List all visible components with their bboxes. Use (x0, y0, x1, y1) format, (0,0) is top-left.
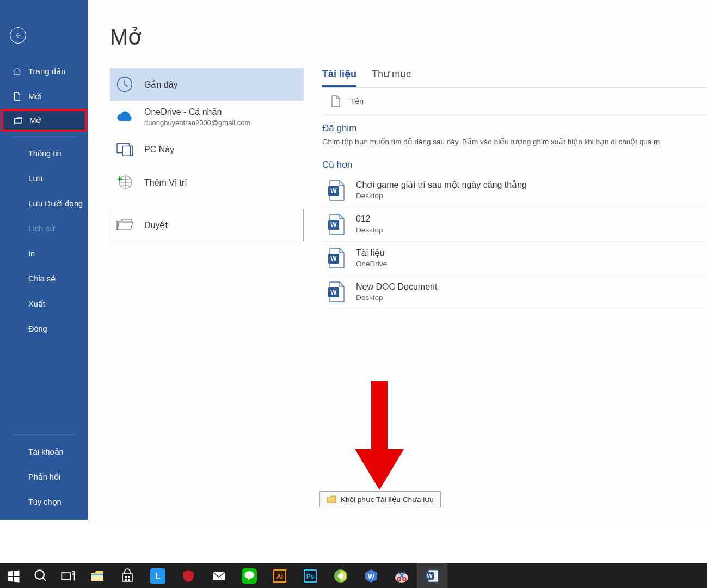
file-name: Tài liệu (356, 247, 387, 259)
section-pinned-desc: Ghim tệp bạn muốn tìm dễ dàng sau này. B… (322, 137, 707, 151)
clock-icon (115, 75, 134, 94)
taskview-icon (60, 568, 76, 584)
taskbar-app-blue[interactable]: W (356, 564, 386, 588)
location-addplace[interactable]: Thêm Vị trí (110, 166, 304, 199)
location-label: Duyệt (144, 220, 168, 230)
svg-text:W: W (330, 187, 337, 195)
tab-files[interactable]: Tài liệu (322, 68, 356, 87)
svg-text:W: W (368, 572, 375, 580)
file-name: New DOC Document (356, 281, 437, 293)
main-panel: Mở Gần đây OneDrive - Cá nhân duonghuyen… (88, 0, 707, 520)
scissors-icon (394, 568, 409, 584)
nav-open[interactable]: Mở (1, 109, 87, 132)
nav-export[interactable]: Xuất (0, 291, 88, 316)
file-item[interactable]: W New DOC Document Desktop (322, 275, 707, 309)
location-label: PC Này (144, 145, 174, 155)
location-onedrive[interactable]: OneDrive - Cá nhân duonghuyentran2000@gm… (110, 101, 304, 133)
location-sublabel: duonghuyentran2000@gmail.com (144, 118, 250, 128)
recover-unsaved-button[interactable]: Khôi phục Tài liệu Chưa lưu (319, 491, 441, 507)
svg-point-14 (35, 570, 44, 579)
shield-icon (181, 568, 196, 584)
file-item[interactable]: W 012 Desktop (322, 207, 707, 241)
file-icon (331, 95, 341, 107)
taskbar-line[interactable] (234, 564, 265, 588)
taskbar-mail[interactable] (204, 564, 234, 588)
nav-history: Lịch sử (0, 216, 88, 241)
cloud-icon (115, 107, 134, 127)
location-thispc[interactable]: PC Này (110, 133, 304, 166)
taskbar-explorer[interactable] (82, 564, 112, 588)
taskbar-taskview[interactable] (54, 564, 82, 588)
pc-icon (115, 140, 134, 160)
ai-icon: Ai (272, 568, 287, 584)
nav-label: Trang đầu (28, 66, 65, 76)
taskbar-store[interactable] (112, 564, 143, 588)
taskbar-mcafee[interactable] (173, 564, 204, 588)
svg-text:Ps: Ps (306, 573, 315, 580)
tabs: Tài liệu Thư mục (322, 68, 707, 88)
file-location: OneDrive (356, 259, 387, 270)
file-name: 012 (356, 213, 383, 225)
svg-rect-17 (91, 574, 103, 575)
nav-info[interactable]: Thông tin (0, 141, 88, 166)
section-older-heading: Cũ hơn (322, 151, 707, 174)
store-icon (120, 568, 135, 584)
backstage-sidebar: Trang đầu Mới Mở Thông tin Lưu Lưu Dưới … (0, 0, 88, 520)
location-recent[interactable]: Gần đây (110, 68, 304, 101)
globe-plus-icon (115, 173, 134, 192)
nav-label: Mới (28, 91, 42, 101)
word-doc-icon: W (328, 281, 346, 303)
svg-point-34 (395, 573, 408, 583)
nav-new[interactable]: Mới (0, 84, 88, 109)
column-header[interactable]: Tên (322, 88, 707, 115)
taskbar-coccoc[interactable] (325, 564, 356, 588)
column-name-label: Tên (351, 97, 364, 106)
annotation-arrow-icon (355, 381, 404, 490)
app-icon: L (150, 568, 165, 584)
locations-list: Gần đây OneDrive - Cá nhân duonghuyentra… (110, 68, 304, 241)
taskbar-illustrator[interactable]: Ai (265, 564, 295, 588)
separator (12, 434, 76, 435)
separator (12, 136, 76, 137)
nav-share[interactable]: Chia sẻ (0, 266, 88, 291)
back-button[interactable] (10, 27, 26, 44)
word-doc-icon: W (328, 180, 346, 201)
word-doc-icon: W (328, 247, 346, 269)
svg-text:W: W (330, 289, 337, 296)
hex-icon: W (364, 568, 379, 584)
nav-home[interactable]: Trang đầu (0, 59, 88, 84)
svg-rect-2 (122, 146, 132, 156)
taskbar-start[interactable] (0, 564, 27, 588)
nav-options[interactable]: Tùy chọn (0, 489, 88, 514)
section-pinned-heading: Đã ghim (322, 115, 707, 137)
svg-text:Ai: Ai (276, 573, 283, 580)
tab-folders[interactable]: Thư mục (372, 68, 411, 87)
file-item[interactable]: W Tài liệu OneDrive (322, 242, 707, 275)
taskbar-word[interactable]: W (417, 564, 447, 588)
folder-open-icon (115, 215, 134, 235)
folder-open-icon (13, 115, 23, 125)
ps-icon: Ps (303, 568, 318, 584)
file-location: Desktop (356, 191, 527, 201)
page-title: Mở (88, 0, 707, 59)
taskbar-app-l[interactable]: L (143, 564, 173, 588)
location-browse[interactable]: Duyệt (110, 209, 304, 241)
nav-close[interactable]: Đóng (0, 316, 88, 341)
file-item[interactable]: W Chơi game giải trí sau một ngày căng t… (322, 174, 707, 207)
nav-print[interactable]: In (0, 241, 88, 266)
nav-saveas[interactable]: Lưu Dưới dạng (0, 191, 88, 216)
file-location: Desktop (356, 293, 437, 303)
button-label: Khôi phục Tài liệu Chưa lưu (341, 495, 434, 504)
nav-feedback[interactable]: Phản hồi (0, 464, 88, 489)
file-name: Chơi game giải trí sau một ngày căng thẳ… (356, 179, 527, 191)
taskbar-snip[interactable] (386, 564, 417, 588)
location-label: OneDrive - Cá nhân (144, 106, 250, 118)
file-location: Desktop (356, 225, 383, 236)
svg-point-22 (244, 571, 254, 579)
word-icon: W (425, 568, 440, 584)
nav-account[interactable]: Tài khoản (0, 439, 88, 464)
taskbar-photoshop[interactable]: Ps (295, 564, 325, 588)
nav-save[interactable]: Lưu (0, 166, 88, 191)
svg-rect-13 (371, 381, 388, 452)
taskbar-search[interactable] (27, 564, 54, 588)
